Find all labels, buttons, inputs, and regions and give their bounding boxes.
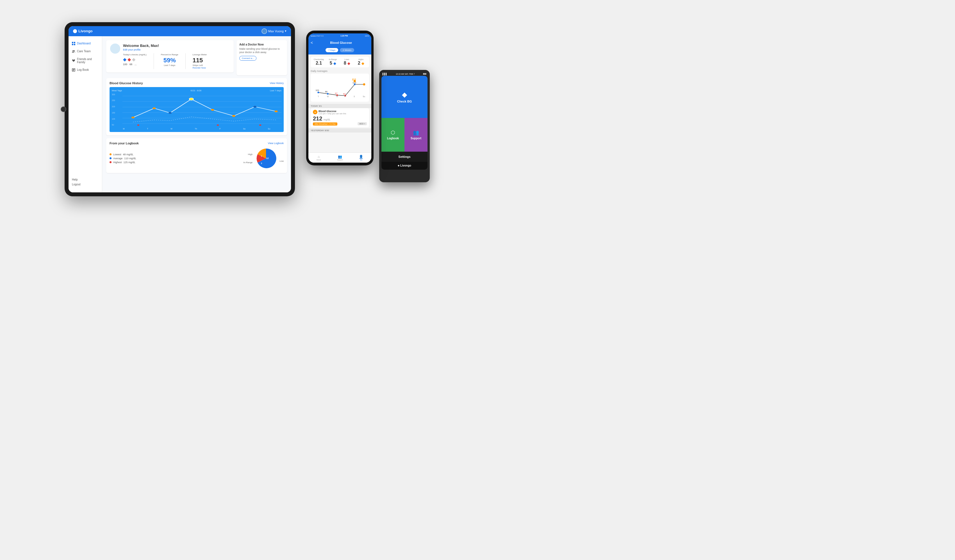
log-entry: ● Blood Glucose 1:22 pm • Only you can s… bbox=[311, 108, 369, 127]
phone-back-button[interactable]: < bbox=[311, 41, 313, 45]
sidebar-item-label: Log Book bbox=[77, 68, 89, 71]
average-value: 110 mg/dL bbox=[124, 157, 136, 160]
nav-home-label: Home bbox=[316, 159, 321, 161]
svg-point-26 bbox=[259, 124, 261, 125]
highs-stat: Highs 2 ◆ bbox=[354, 58, 367, 66]
phone-chart: 101 90 67 63 122 212 T W Th F S bbox=[311, 74, 369, 102]
logbook-button[interactable]: ⬡ Logbook bbox=[382, 118, 404, 152]
nav-me[interactable]: 👤 Me bbox=[359, 155, 363, 161]
svg-text:Th: Th bbox=[336, 95, 338, 97]
tablet-home-button[interactable] bbox=[61, 106, 66, 112]
checks-label: Today's checks (mg/dL) bbox=[123, 53, 147, 56]
chart-meal-tags: Meal Tags bbox=[112, 89, 122, 92]
nav-support[interactable]: 👥 Support bbox=[337, 155, 343, 161]
connect-button[interactable]: Connect a... bbox=[239, 56, 257, 61]
main-content: Welcome Back, Max! Edit your profile Tod… bbox=[102, 36, 291, 192]
sidebar-item-care-team[interactable]: Care Team bbox=[69, 47, 102, 55]
stat-value-2: 68 bbox=[130, 63, 132, 66]
average-label: Average bbox=[113, 157, 122, 160]
phone-bottom-nav: ⌂ Home 👥 Support 👤 Me bbox=[308, 152, 371, 163]
livongo-meter-text: Livongo bbox=[400, 164, 411, 167]
drop-blue-icon: ◆ bbox=[123, 57, 127, 62]
lowest-label: Lowest bbox=[113, 153, 121, 156]
log-entry-tag: After Breakfast • I'm fine bbox=[313, 122, 337, 125]
log-entry-value: 212 bbox=[313, 116, 322, 122]
book-icon bbox=[72, 68, 75, 72]
svg-text:63: 63 bbox=[343, 93, 346, 95]
svg-point-18 bbox=[169, 112, 172, 114]
sidebar-help[interactable]: Help bbox=[72, 177, 99, 182]
users-icon bbox=[72, 50, 75, 53]
reorder-link[interactable]: Reorder Now bbox=[193, 67, 207, 69]
lowest-value: 48 mg/dL bbox=[123, 153, 134, 156]
meter-screen: ◆ Check BG ⬡ Logbook 👥 Support Settings bbox=[382, 76, 427, 170]
in-range-label: In-Range bbox=[243, 161, 252, 164]
grid-icon bbox=[72, 42, 75, 45]
y-label-100: 100 bbox=[112, 118, 115, 120]
svg-rect-0 bbox=[72, 42, 73, 43]
nav-home[interactable]: ⌂ Home bbox=[316, 155, 321, 161]
user-dropdown-icon: ▾ bbox=[285, 29, 286, 33]
user-avatar bbox=[261, 28, 267, 34]
heart-icon bbox=[72, 59, 75, 63]
checks-value: 2.1 bbox=[312, 60, 325, 66]
lows-value: 8 ◆ bbox=[340, 60, 353, 66]
log-entry-unit: mg/dL bbox=[324, 118, 330, 121]
tablet-user-menu[interactable]: Max Vuong ▾ bbox=[261, 28, 286, 34]
edit-profile-link[interactable]: Edit your profile bbox=[123, 48, 207, 51]
sidebar-logout[interactable]: Logout bbox=[72, 182, 99, 187]
check-bg-button[interactable]: ◆ Check BG bbox=[382, 76, 427, 118]
add-button[interactable]: ADD > bbox=[358, 122, 367, 125]
tab-7-days[interactable]: 7 Days bbox=[326, 48, 338, 52]
carrier-text: ●●●●● AT&T ▾ ≋ bbox=[311, 35, 324, 37]
svg-point-17 bbox=[152, 107, 156, 109]
svg-point-20 bbox=[211, 109, 214, 111]
phone-stats-grid: Checks/day 2.1 In-Range 5 ◆ Lows 8 bbox=[311, 57, 369, 67]
settings-button[interactable]: Settings bbox=[382, 152, 427, 162]
welcome-section: Welcome Back, Max! Edit your profile Tod… bbox=[106, 40, 234, 72]
x-label-th: Th bbox=[195, 128, 197, 130]
sidebar-item-label: Care Team bbox=[77, 50, 91, 53]
sidebar-item-label: Dashboard bbox=[77, 42, 91, 45]
svg-text:W: W bbox=[327, 95, 329, 97]
lowest-dot bbox=[110, 153, 111, 155]
welcome-title: Welcome Back, Max! bbox=[123, 44, 207, 48]
highest-dot bbox=[110, 161, 111, 163]
view-history-link[interactable]: View History bbox=[270, 82, 284, 84]
yesterday-header: YESTERDAY 8/30 bbox=[308, 128, 371, 133]
drop-red-icon: ◆ bbox=[127, 57, 131, 62]
tab-4-weeks[interactable]: 4 Weeks bbox=[340, 48, 354, 52]
chart-range: Last 7 days bbox=[270, 89, 282, 92]
in-range-stat: In-Range 5 ◆ bbox=[326, 58, 339, 66]
highest-label: Highest bbox=[113, 161, 122, 164]
x-label-m: M bbox=[123, 128, 125, 130]
welcome-avatar bbox=[110, 44, 120, 54]
sidebar-item-friends-family[interactable]: Friends and Family bbox=[69, 55, 102, 66]
pie-chart: 12 3 7 bbox=[255, 147, 277, 170]
view-logbook-link[interactable]: View Logbook bbox=[268, 142, 284, 145]
sidebar-item-label: Friends and Family bbox=[77, 58, 99, 64]
nav-me-label: Me bbox=[360, 159, 362, 161]
support-button[interactable]: 👥 Support bbox=[404, 118, 427, 152]
svg-point-41 bbox=[354, 80, 356, 82]
check-bg-label: Check BG bbox=[397, 100, 412, 103]
tablet-header: Livongo Max Vuong ▾ bbox=[69, 26, 291, 36]
signal-icon: ▌▌▌ bbox=[382, 73, 387, 75]
add-doctor-text: Make sending your blood glucose to your … bbox=[239, 47, 284, 54]
svg-text:7: 7 bbox=[261, 155, 262, 157]
svg-point-21 bbox=[232, 115, 235, 117]
settings-label: Settings bbox=[398, 155, 410, 158]
svg-point-4 bbox=[72, 50, 74, 52]
add-doctor-panel: Add a Doctor Now Make sending your blood… bbox=[236, 40, 287, 75]
me-icon: 👤 bbox=[359, 155, 363, 159]
meter-bottom-grid: ⬡ Logbook 👥 Support bbox=[382, 118, 427, 152]
phone-time: 1:20 PM bbox=[340, 35, 348, 37]
y-label-300: 300 bbox=[112, 94, 115, 95]
support-icon: 👥 bbox=[338, 155, 342, 159]
logbook-title: From your Logbook bbox=[110, 142, 139, 145]
sidebar-item-logbook[interactable]: Log Book bbox=[69, 66, 102, 74]
meter-value: 115 bbox=[193, 57, 207, 64]
logbook-section: From your Logbook View Logbook Lowest 48… bbox=[106, 138, 287, 173]
sidebar-item-dashboard[interactable]: Dashboard bbox=[69, 40, 102, 47]
tablet: Livongo Max Vuong ▾ Das bbox=[64, 22, 295, 196]
